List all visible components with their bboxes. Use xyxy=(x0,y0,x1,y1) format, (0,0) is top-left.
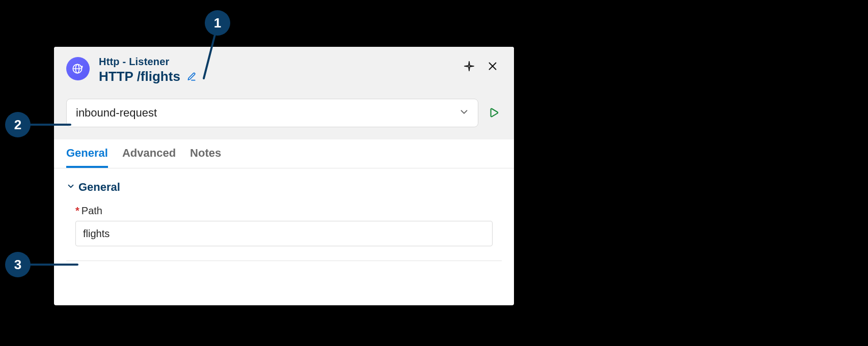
close-button[interactable] xyxy=(485,59,500,73)
tab-label: Advanced xyxy=(122,147,176,159)
title-texts: Http - Listener HTTP /flights xyxy=(99,56,198,84)
config-dropdown[interactable]: inbound-request xyxy=(66,99,478,127)
config-dropdown-value: inbound-request xyxy=(76,106,157,120)
divider xyxy=(66,261,502,261)
tab-content-general: General * Path xyxy=(54,168,514,273)
listener-config-panel: Http - Listener HTTP /flights xyxy=(54,47,514,305)
component-title-row: HTTP /flights xyxy=(99,69,198,84)
chevron-down-icon xyxy=(458,106,470,120)
section-title: General xyxy=(78,181,120,194)
panel-header-actions xyxy=(462,59,500,73)
path-input[interactable] xyxy=(75,221,493,246)
tab-advanced[interactable]: Advanced xyxy=(122,147,176,168)
callout-badge-2: 2 xyxy=(5,112,31,137)
callout-number: 1 xyxy=(214,15,221,31)
http-listener-icon xyxy=(66,57,90,80)
component-title: HTTP /flights xyxy=(99,69,180,84)
callout-number: 2 xyxy=(14,117,21,133)
panel-header: Http - Listener HTTP /flights xyxy=(54,47,514,139)
config-dropdown-row: inbound-request xyxy=(66,99,502,127)
component-type-label: Http - Listener xyxy=(99,56,198,68)
title-row: Http - Listener HTTP /flights xyxy=(66,56,502,84)
callout-badge-3: 3 xyxy=(5,252,31,277)
tab-general[interactable]: General xyxy=(66,147,108,168)
tab-label: Notes xyxy=(190,147,221,159)
callout-number: 3 xyxy=(14,257,21,273)
callout-badge-1: 1 xyxy=(205,10,230,36)
label-text: Path xyxy=(82,205,102,217)
section-toggle-general[interactable]: General xyxy=(66,181,502,194)
tab-label: General xyxy=(66,147,108,159)
edit-title-button[interactable] xyxy=(185,71,198,83)
tabs: General Advanced Notes xyxy=(54,139,514,168)
run-button[interactable] xyxy=(485,105,502,121)
locate-button[interactable] xyxy=(462,59,476,73)
tab-notes[interactable]: Notes xyxy=(190,147,221,168)
required-indicator: * xyxy=(75,205,79,217)
path-field-label: * Path xyxy=(75,205,502,217)
chevron-down-icon xyxy=(66,181,75,194)
